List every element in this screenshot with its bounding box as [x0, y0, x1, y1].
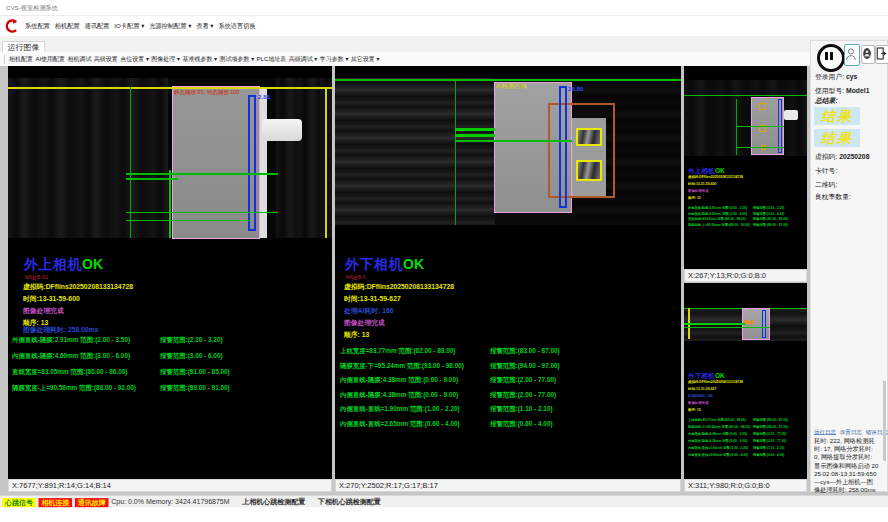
camera-thumb-lower[interactable]: 13.6 外下相机OK 虚拟码:DFfIins20250208133134728…	[684, 283, 807, 479]
measurement-text: 内侧直线-隔膜:4.60mm 范围:(3.00 - 6.00)	[688, 212, 747, 216]
machinery-texture	[335, 78, 495, 225]
menu-item-3[interactable]: 通讯配置	[85, 22, 110, 31]
measure-rect-blue	[248, 95, 256, 231]
alarm-range-text: 报警范围:(2.00 - 77.00)	[490, 376, 556, 385]
user-button[interactable]	[844, 44, 860, 66]
overlay-value: 13.6	[744, 319, 754, 325]
measurement-text: 上枕宽度=83.77mm 范围:(82.00 - 88.00)	[340, 347, 455, 356]
menu-item-1[interactable]: 系统配置	[25, 22, 50, 31]
menu-item-7[interactable]: 系统语言切换	[218, 22, 255, 31]
total-result-label: 总结果:	[815, 96, 838, 106]
menu-item-4[interactable]: IO卡配置 ▾	[114, 22, 144, 31]
tool-item-12[interactable]: 其它设置 ▾	[351, 55, 380, 63]
sequence-line: 顺序: 13	[344, 330, 369, 340]
guide-hline	[126, 173, 278, 175]
measurement-text: 隔膜宽度-下=95.24mm 范围:(93.00 - 98.00)	[688, 425, 750, 429]
guide-hline	[455, 140, 572, 142]
done-line: 图像处理完成	[344, 318, 385, 328]
measurement-text: 内侧直线-隔膜:4.38mm 范围:(0.00 - 9.00)	[688, 432, 747, 436]
elapsed-line: 图像处理耗时: 258.00ms	[23, 325, 99, 335]
ai-elapsed-line: 处理AI耗时: 166	[688, 394, 772, 399]
sequence-line: 顺序: 13	[688, 196, 772, 201]
menu-item-6[interactable]: 查看 ▾	[196, 22, 213, 31]
camera-result-header: 外上相机OK	[24, 256, 103, 274]
camera-sub-label: M6处B:0/1	[25, 274, 49, 281]
done-line: 图像处理完成	[688, 189, 772, 194]
measurement-list: 外侧直线-隔膜:2.91mm 范围:(2.00 - 3.50)报警范围:(2.2…	[688, 203, 807, 243]
alarm-range-text: 报警范围:(1.10 - 2.10)	[753, 446, 784, 450]
alarm-range-text: 报警范围:(1.10 - 2.10)	[490, 405, 553, 414]
camera-result-header: 外下相机OK	[345, 256, 424, 274]
guide-hline	[684, 327, 770, 328]
camera-thumb-upper[interactable]: 外上相机OK 虚拟码:DFfIins20250208133134728 时间:1…	[684, 66, 807, 269]
menu-bar: 系统配置相机配置通讯配置IO卡配置 ▾光源控制配置 ▾查看 ▾系统语言切换	[0, 16, 888, 36]
measure-value-blue: 28.80	[568, 85, 584, 92]
model-label: 使用型号: Model1	[815, 86, 869, 96]
tool-item-2[interactable]: AI使用配置	[35, 55, 65, 63]
log-tab-1[interactable]: 运行日志	[814, 428, 836, 436]
tool-item-4[interactable]: 高级设置	[94, 55, 118, 63]
virtual-code-line: 虚拟码:DFfIins20250208133134728	[688, 380, 772, 385]
tool-item-7[interactable]: 基准线参数 ▾	[182, 55, 217, 63]
tool-item-10[interactable]: 高级调试 ▾	[289, 55, 318, 63]
lock-user-icon	[862, 46, 872, 61]
product-region	[172, 86, 260, 239]
result-box-2: 结果	[814, 129, 860, 147]
camera-view-lower[interactable]: 28.80 AI检测区域 外下相机OK M6处B:0 虚拟码:DFfIins20…	[335, 66, 681, 479]
camera-name: 外上相机	[688, 167, 715, 175]
cursor-status-thumb-lower: X:311;Y:980;R:0;G:0;B:0	[684, 479, 807, 492]
tool-item-3[interactable]: 相机调试	[67, 55, 91, 63]
measurement-text: 内侧直线-直线=2.65mm 范围:(0.60 - 4.00)	[688, 453, 748, 457]
menu-item-2[interactable]: 相机配置	[55, 22, 80, 31]
alarm-range-text: 报警范围:(2.00 - 77.00)	[753, 439, 786, 443]
machinery-texture	[276, 78, 332, 238]
alarm-range-text: 报警范围:(94.00 - 97.00)	[490, 362, 560, 371]
measurement-text: 内侧直线-隔膜:4.60mm 范围:(3.00 - 6.00)	[12, 352, 130, 361]
connector-tab	[262, 119, 302, 141]
virtual-code-line: 虚拟码:DFfIins20250208133134728	[344, 282, 454, 292]
status-badge-3: 通讯故障	[75, 498, 109, 507]
scrollbar-thumb[interactable]	[883, 381, 886, 461]
camera-sub-label: M6处B:0	[346, 274, 365, 281]
done-line: 图像处理完成	[23, 306, 64, 316]
measurement-text: 内侧直线-直线=1.90mm 范围:(1.00 - 2.20)	[340, 405, 460, 414]
measure-rect-blue	[762, 310, 766, 338]
tool-item-8[interactable]: 测试项参数 ▾	[220, 55, 255, 63]
camera-result-header: 外上相机OK	[688, 166, 807, 175]
guide-hline	[736, 126, 784, 127]
measurement-text: 内侧直线-隔膜:4.38mm 范围:(0.00 - 9.00)	[340, 391, 458, 400]
cursor-status-text: X:267;Y:13;R:0;G:0;B:0	[688, 271, 766, 279]
guide-hline	[455, 128, 495, 131]
lock-button[interactable]	[861, 45, 875, 64]
exit-door-icon	[876, 46, 887, 61]
result-box-1: 结果	[814, 107, 860, 125]
pause-button[interactable]	[817, 44, 845, 72]
guide-hline	[126, 212, 278, 213]
tool-item-11[interactable]: 学习参数 ▾	[320, 55, 349, 63]
guide-vline	[169, 170, 171, 238]
thumb-text-block: 外上相机OK 虚拟码:DFfIins20250208133134728 时间:1…	[688, 166, 807, 243]
camera-view-upper[interactable]: 静态阈值:93, 动态阈值:100 2.88 外上相机OK M6处B:0/1 虚…	[8, 66, 332, 479]
measurement-text: 直线宽度=83.05mm 范围:(80.00 - 86.00)	[688, 217, 746, 221]
exit-button[interactable]	[875, 45, 888, 64]
cam-down-heartbeat: 下相机心跳检测配置	[318, 496, 381, 506]
log-tab-2[interactable]: 设置日志	[840, 428, 862, 436]
tool-item-5[interactable]: 点位设置 ▾	[120, 55, 149, 63]
measurement-text: 直线宽度=83.05mm 范围:(80.00 - 86.00)	[12, 368, 127, 377]
tool-item-6[interactable]: 图像处理 ▾	[151, 55, 180, 63]
measurement-text: 外侧直线-隔膜:2.91mm 范围:(2.00 - 3.50)	[12, 336, 130, 345]
log-tabs: 运行日志设置日志错误日志	[814, 428, 886, 436]
roi-box	[759, 103, 766, 110]
count-label: 良枕率数量:	[815, 192, 851, 202]
guide-vline	[130, 87, 131, 238]
app-status-bar: 心跳信号相机连接通讯故障 Cpu: 0.0% Memory: 3424.4179…	[0, 495, 888, 507]
toolbar: 相机配置AI使用配置相机调试高级设置点位设置 ▾图像处理 ▾基准线参数 ▾测试项…	[0, 52, 888, 67]
vcode-value: 20250208	[839, 153, 869, 160]
tool-item-1[interactable]: 相机配置	[9, 55, 33, 63]
menu-item-5[interactable]: 光源控制配置 ▾	[149, 22, 191, 31]
measurement-text: 内侧直线-直线=2.65mm 范围:(0.60 - 4.00)	[340, 420, 460, 429]
cursor-status-left: X:7677;Y:891;R:14;G:14;B:14	[8, 479, 332, 492]
control-side-panel: 登录用户: cys 使用型号: Model1 总结果: 结果 结果 虚拟码: 2…	[810, 40, 888, 492]
status-badge-2: 相机连接	[38, 498, 72, 507]
tool-item-9[interactable]: PLC地址表	[257, 55, 287, 63]
